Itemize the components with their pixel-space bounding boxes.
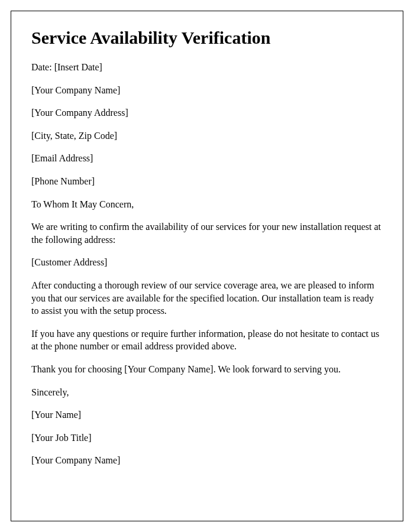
thankyou-paragraph: Thank you for choosing [Your Company Nam… [31,363,383,376]
intro-paragraph: We are writing to confirm the availabili… [31,220,383,246]
closing-line: Sincerely, [31,386,383,399]
phone-line: [Phone Number] [31,175,383,188]
customer-address-line: [Customer Address] [31,256,383,269]
salutation-line: To Whom It May Concern, [31,198,383,211]
signer-company-line: [Your Company Name] [31,454,383,467]
signer-title-line: [Your Job Title] [31,432,383,445]
signer-name-line: [Your Name] [31,408,383,421]
company-address-line: [Your Company Address] [31,106,383,119]
email-line: [Email Address] [31,152,383,165]
document-page: Service Availability Verification Date: … [11,11,403,521]
city-state-zip-line: [City, State, Zip Code] [31,129,383,142]
document-title: Service Availability Verification [31,28,383,48]
company-name-line: [Your Company Name] [31,84,383,97]
availability-paragraph: After conducting a thorough review of ou… [31,279,383,317]
date-line: Date: [Insert Date] [31,61,383,74]
contact-paragraph: If you have any questions or require fur… [31,327,383,353]
